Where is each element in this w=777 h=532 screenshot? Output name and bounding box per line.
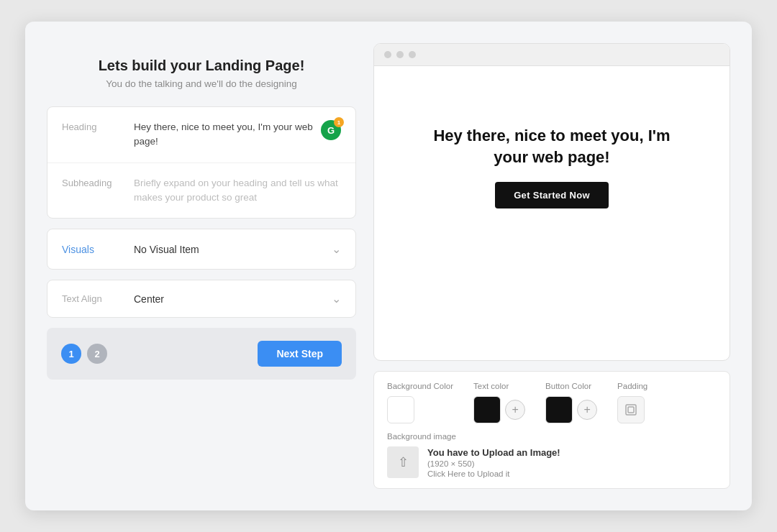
subheading-placeholder: Briefly expand on your heading and tell … [134, 176, 341, 206]
text-color-add-button[interactable]: + [505, 400, 525, 420]
svg-rect-0 [626, 405, 636, 415]
browser-dot-3 [409, 51, 416, 58]
browser-content: Hey there, nice to meet you, I'm your we… [374, 66, 730, 267]
outer-card: Lets build your Landing Page! You do the… [25, 22, 752, 510]
step-dots: 1 2 [61, 344, 107, 364]
form-card: Heading Hey there, nice to meet you, I'm… [47, 106, 356, 219]
bottom-nav: 1 2 Next Step [47, 328, 356, 380]
page-title: Lets build your Landing Page! [61, 58, 342, 74]
settings-panel: Background Color Text color + Button Col… [373, 371, 730, 489]
preview-heading: Hey there, nice to meet you, I'm your we… [430, 125, 674, 168]
page-subtitle: You do the talking and we'll do the desi… [61, 78, 342, 89]
step-1-dot[interactable]: 1 [61, 344, 81, 364]
visuals-card: Visuals No Visual Item ⌄ [47, 229, 356, 270]
text-align-select[interactable]: Center ⌄ [134, 292, 341, 306]
right-panel: Hey there, nice to meet you, I'm your we… [373, 43, 730, 489]
browser-dot-1 [384, 51, 391, 58]
padding-icon [624, 403, 637, 416]
upload-text: You have to Upload an Image! (1920 × 550… [427, 447, 560, 478]
upload-icon-box: ⇧ [387, 446, 419, 478]
text-color-label: Text color [473, 382, 525, 390]
left-panel: Lets build your Landing Page! You do the… [47, 43, 356, 489]
text-color-swatch[interactable] [473, 396, 501, 423]
upload-size-text: (1920 × 550) [427, 459, 560, 468]
visuals-value: No Visual Item [134, 244, 199, 255]
settings-columns: Background Color Text color + Button Col… [387, 382, 717, 423]
chevron-down-icon: ⌄ [332, 242, 341, 256]
left-header: Lets build your Landing Page! You do the… [47, 43, 356, 106]
svg-rect-1 [628, 407, 634, 413]
browser-bar [374, 44, 730, 66]
bg-image-upload[interactable]: ⇧ You have to Upload an Image! (1920 × 5… [387, 446, 717, 478]
subheading-row: Subheading Briefly expand on your headin… [47, 163, 355, 219]
upload-main-text: You have to Upload an Image! [427, 447, 560, 458]
preview-cta-button[interactable]: Get Started Now [495, 182, 609, 208]
step-2-dot[interactable]: 2 [87, 344, 107, 364]
heading-row: Heading Hey there, nice to meet you, I'm… [47, 107, 355, 163]
visuals-row[interactable]: Visuals No Visual Item ⌄ [47, 229, 355, 269]
heading-label: Heading [62, 120, 134, 132]
text-align-label: Text Align [62, 293, 134, 304]
bg-color-col: Background Color [387, 382, 453, 423]
padding-col: Padding [617, 382, 648, 423]
button-color-col: Button Color + [545, 382, 597, 423]
grammarly-badge: 1 [334, 117, 344, 127]
next-step-button[interactable]: Next Step [258, 341, 342, 367]
button-color-label: Button Color [545, 382, 597, 390]
padding-button[interactable] [617, 396, 645, 423]
grammarly-icon: G 1 [321, 120, 341, 140]
browser-dot-2 [396, 51, 404, 58]
button-color-swatch-row: + [545, 396, 597, 423]
text-align-card: Text Align Center ⌄ [47, 280, 356, 318]
bg-image-section: Background image ⇧ You have to Upload an… [387, 432, 717, 478]
button-color-swatch[interactable] [545, 396, 573, 423]
bg-color-label: Background Color [387, 382, 453, 390]
bg-image-label: Background image [387, 432, 717, 441]
chevron-down-icon: ⌄ [332, 292, 341, 306]
bg-color-swatch[interactable] [387, 396, 414, 423]
button-color-add-button[interactable]: + [577, 400, 597, 420]
visuals-label: Visuals [62, 244, 134, 255]
text-align-row[interactable]: Text Align Center ⌄ [47, 280, 355, 317]
text-color-swatch-row: + [473, 396, 525, 423]
visuals-select[interactable]: No Visual Item ⌄ [134, 242, 341, 256]
padding-label: Padding [617, 382, 648, 390]
text-color-col: Text color + [473, 382, 525, 423]
heading-value: Hey there, nice to meet you, I'm your we… [134, 120, 315, 150]
bg-color-swatch-row [387, 396, 453, 423]
upload-arrow-icon: ⇧ [398, 454, 409, 470]
browser-mockup: Hey there, nice to meet you, I'm your we… [373, 43, 730, 361]
text-align-value: Center [134, 293, 164, 305]
subheading-label: Subheading [62, 176, 134, 188]
upload-cta-link[interactable]: Click Here to Upload it [427, 469, 560, 478]
